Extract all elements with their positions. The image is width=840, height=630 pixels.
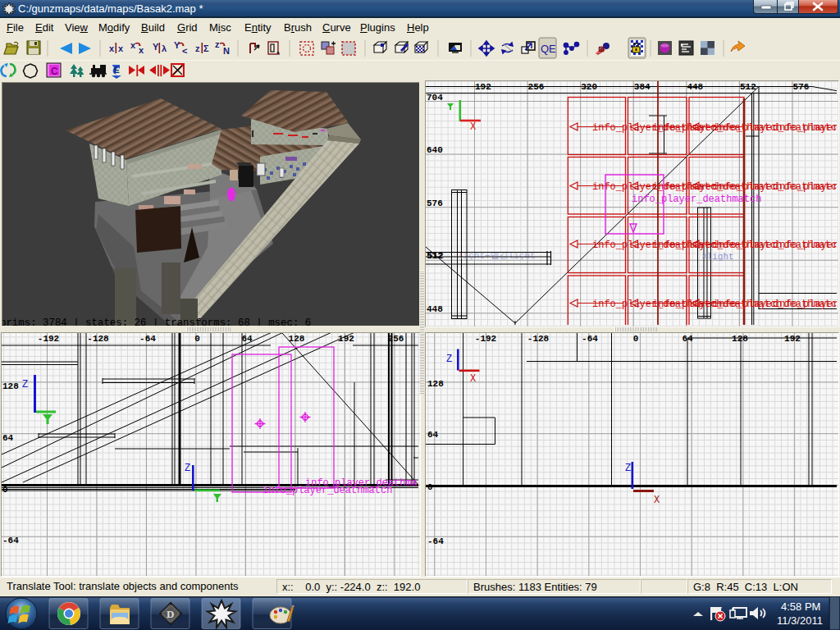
- svg-text:-64: -64: [2, 536, 19, 546]
- svg-text:info_player_deathmatch: info_player_deathmatch: [774, 299, 837, 310]
- svg-text:z: z: [215, 39, 220, 49]
- svg-text:640: 640: [427, 145, 443, 155]
- svg-text:info_player_deathmatch: info_player_deathmatch: [262, 485, 392, 496]
- svg-text:E: E: [114, 66, 120, 75]
- svg-text:128: 128: [732, 334, 748, 344]
- svg-text:-64: -64: [139, 334, 156, 344]
- svg-text:X: X: [470, 373, 476, 385]
- svg-text:704: 704: [427, 93, 443, 103]
- svg-text:-64: -64: [582, 334, 598, 344]
- svg-text:z: z: [195, 43, 200, 53]
- svg-text:X: X: [470, 121, 476, 133]
- svg-text:128: 128: [427, 379, 444, 389]
- svg-text:C: C: [51, 66, 58, 77]
- svg-text:QE: QE: [541, 43, 556, 55]
- svg-text:x: x: [118, 43, 124, 53]
- svg-text:-192: -192: [38, 334, 59, 344]
- svg-text:4:58 PM: 4:58 PM: [781, 600, 820, 613]
- svg-text:128: 128: [2, 381, 19, 391]
- svg-text:Y: Y: [153, 42, 159, 52]
- svg-text:256: 256: [388, 334, 404, 344]
- svg-text:0: 0: [194, 334, 200, 344]
- svg-text:D: D: [167, 608, 174, 620]
- svg-text:x: x: [109, 43, 115, 53]
- svg-text:Y: Y: [174, 40, 180, 50]
- svg-text:-64: -64: [427, 536, 444, 546]
- svg-text:Ʃ: Ʃ: [203, 43, 209, 53]
- svg-text:info_player_deathmatch: info_player_deathmatch: [774, 181, 837, 193]
- svg-text:x: x: [139, 45, 144, 55]
- svg-text:64: 64: [2, 433, 14, 443]
- svg-text:Z: Z: [22, 379, 28, 390]
- svg-text:info_player_deathmatch: info_player_deathmatch: [774, 122, 837, 134]
- svg-text:λ: λ: [162, 43, 167, 53]
- svg-text:192: 192: [784, 334, 801, 344]
- svg-text:Z: Z: [185, 463, 190, 474]
- svg-text:×light: ×light: [701, 252, 734, 262]
- svg-text:448: 448: [427, 304, 443, 314]
- svg-text:-128: -128: [87, 334, 109, 344]
- svg-text:prims: 3784 | states: 26 | tra: prims: 3784 | states: 26 | transforms: 6…: [2, 317, 311, 326]
- svg-text:Z: Z: [625, 463, 631, 474]
- svg-text:Z: Z: [446, 354, 452, 365]
- svg-text:x: x: [130, 40, 136, 50]
- svg-text:info_player_deathmatch: info_player_deathmatch: [632, 194, 761, 205]
- svg-text:N: N: [223, 46, 230, 56]
- svg-text:info_player_deathmatch: info_player_deathmatch: [774, 240, 837, 251]
- svg-text:-128: -128: [527, 334, 550, 344]
- svg-text:11/3/2011: 11/3/2011: [777, 614, 823, 627]
- svg-text:0: 0: [633, 334, 639, 344]
- svg-text:<: <: [182, 46, 187, 56]
- svg-text:X: X: [654, 495, 660, 506]
- svg-text:576: 576: [427, 199, 443, 208]
- svg-text:64: 64: [241, 334, 253, 344]
- svg-text:64: 64: [427, 430, 439, 440]
- svg-text:-192: -192: [475, 334, 496, 344]
